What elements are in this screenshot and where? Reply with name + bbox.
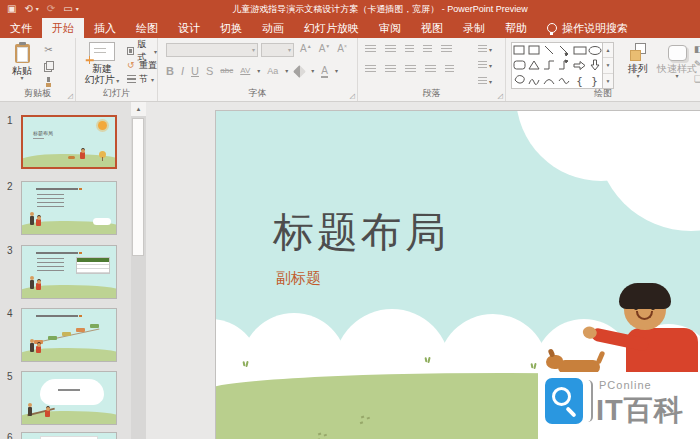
start-slideshow-icon[interactable]: ▭ (63, 0, 72, 18)
tab-slideshow[interactable]: 幻灯片放映 (294, 18, 369, 38)
grow-font-button[interactable]: A▲ (300, 43, 312, 54)
align-text-icon (478, 61, 487, 71)
paragraph-row-1 (365, 45, 452, 55)
shape-effects-icon[interactable]: ❏ (694, 75, 700, 84)
scroll-up-icon[interactable]: ▲ (131, 102, 146, 116)
tellme-search[interactable]: 操作说明搜索 (537, 18, 638, 38)
layout-button[interactable]: 版式▾ (127, 44, 157, 58)
thumb-sun-icon (98, 121, 107, 130)
font-name-combobox[interactable] (166, 43, 258, 57)
align-left-icon[interactable] (365, 65, 376, 75)
numbering-icon[interactable] (385, 45, 396, 55)
reset-button[interactable]: ↺ 重置 (127, 58, 157, 72)
paragraph-dialog-launcher-icon[interactable]: ◿ (498, 92, 503, 99)
bold-button[interactable]: B (166, 65, 174, 77)
thumb-character (30, 280, 34, 289)
underline-button[interactable]: U (191, 65, 199, 77)
format-painter-icon[interactable] (44, 77, 53, 87)
slide-number: 2 (7, 181, 13, 192)
thumb-flowchart (34, 324, 106, 346)
decrease-indent-icon[interactable] (405, 45, 414, 55)
change-case-button[interactable]: Aa (267, 65, 278, 77)
slide-thumbnail-1[interactable]: 标题布局 (21, 115, 117, 169)
font-size-combobox[interactable] (261, 43, 294, 57)
italic-button[interactable]: I (181, 65, 184, 77)
align-text-button[interactable]: ▾ (478, 60, 492, 71)
tab-home[interactable]: 开始 (42, 18, 84, 38)
bullets-icon[interactable] (365, 45, 376, 55)
highlight-color-icon[interactable] (293, 65, 306, 78)
new-slide-spark-icon (85, 56, 93, 64)
strikethrough-button[interactable]: abc (220, 65, 233, 77)
quick-styles-button[interactable]: 快速样式▾ (657, 42, 697, 79)
align-right-icon[interactable] (405, 65, 416, 75)
thumb-bullet-lines (37, 258, 64, 271)
group-label-clipboard: 剪贴板 (0, 87, 75, 100)
convert-smartart-button[interactable]: ▾ (478, 76, 492, 87)
shape-fill-icon[interactable]: ◧ (694, 45, 700, 54)
tab-insert[interactable]: 插入 (84, 18, 126, 38)
lightbulb-icon (547, 23, 557, 33)
section-button[interactable]: 节▾ (127, 72, 157, 86)
group-paragraph: ▾ ▾ ▾ 段落 ◿ (358, 38, 506, 101)
clear-formatting-button[interactable]: A× (337, 43, 347, 54)
slide-thumbnail-3[interactable] (21, 245, 117, 299)
tab-record[interactable]: 录制 (453, 18, 495, 38)
tab-help[interactable]: 帮助 (495, 18, 537, 38)
character-spacing-button[interactable]: AV (240, 65, 250, 77)
increase-indent-icon[interactable] (423, 45, 432, 55)
tab-draw[interactable]: 绘图 (126, 18, 168, 38)
redo-icon[interactable]: ⟳ (47, 0, 55, 18)
shapes-scroll-down-icon[interactable]: ▼ (603, 58, 613, 73)
window-title: 儿童游戏指导演示文稿设计方案（卡通插图，宽屏） - PowerPoint Pre… (120, 0, 640, 18)
group-label-paragraph: 段落 (358, 87, 505, 100)
clipboard-dialog-launcher-icon[interactable]: ◿ (68, 92, 73, 99)
line-spacing-icon[interactable] (441, 45, 452, 55)
cut-icon[interactable]: ✂ (44, 45, 52, 55)
tab-review[interactable]: 审阅 (369, 18, 411, 38)
slide-thumbnail-2[interactable] (21, 181, 117, 235)
arrange-button[interactable]: 排列▾ (620, 42, 656, 79)
justify-icon[interactable] (425, 65, 436, 75)
tab-design[interactable]: 设计 (168, 18, 210, 38)
shapes-gallery[interactable]: { } (511, 42, 603, 89)
smartart-icon (478, 77, 487, 87)
columns-icon[interactable] (445, 65, 454, 75)
scrollbar-thumb[interactable] (132, 118, 144, 256)
watermark-brand: PConline (599, 379, 652, 391)
slide-thumbnail-5[interactable] (21, 371, 117, 425)
new-slide-icon (89, 42, 115, 61)
undo-caret-icon[interactable]: ▾ (36, 0, 39, 18)
tab-animations[interactable]: 动画 (252, 18, 294, 38)
tab-transitions[interactable]: 切换 (210, 18, 252, 38)
thumb-subtitle-line (33, 138, 44, 139)
align-center-icon[interactable] (385, 65, 396, 75)
shape-outline-icon[interactable]: ✎ (694, 60, 700, 69)
copy-icon[interactable] (44, 61, 53, 71)
font-color-button[interactable]: A (321, 65, 328, 77)
paste-button[interactable]: 粘贴▾ (6, 42, 38, 81)
reset-label: 重置 (139, 59, 157, 72)
text-shadow-button[interactable]: S (206, 65, 213, 77)
slide-thumbnail-4[interactable] (21, 308, 117, 362)
shapes-scroll-up-icon[interactable]: ▲ (603, 43, 613, 58)
shapes-gallery-scroll: ▲ ▼ ▼ (602, 42, 614, 89)
clipboard-small-buttons: ✂ (44, 45, 53, 87)
text-direction-icon (478, 45, 487, 55)
qat-customize-icon[interactable]: ▾ (76, 0, 79, 18)
tab-file[interactable]: 文件 (0, 18, 42, 38)
slide-title-placeholder[interactable]: 标题布局 (273, 209, 449, 255)
slide-subtitle-placeholder[interactable]: 副标题 (276, 269, 321, 288)
font-dialog-launcher-icon[interactable]: ◿ (350, 92, 355, 99)
shapes-more-icon[interactable]: ▼ (603, 74, 613, 88)
slide-thumbnail-6[interactable] (21, 432, 117, 439)
save-icon[interactable]: ▣ (7, 0, 16, 18)
undo-icon[interactable]: ⟲ (24, 0, 32, 18)
group-drawing: { } ▲ ▼ ▼ 排列▾ 快速样式▾ ◧ ✎ ❏ 绘图 (506, 38, 700, 101)
thumbnail-panel-scrollbar[interactable]: ▲ (131, 102, 146, 439)
quick-styles-icon (668, 45, 687, 61)
new-slide-button[interactable]: 新建 幻灯片 ▾ (80, 42, 124, 87)
shrink-font-button[interactable]: A▼ (319, 43, 331, 54)
text-direction-button[interactable]: ▾ (478, 44, 492, 55)
tab-view[interactable]: 视图 (411, 18, 453, 38)
